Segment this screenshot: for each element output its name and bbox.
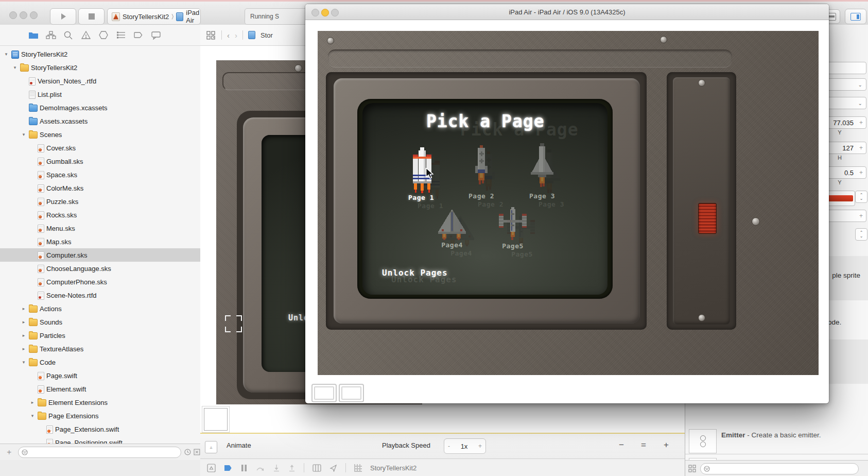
- page5-sprite[interactable]: [497, 207, 529, 241]
- breakpoint-navigator-icon[interactable]: [133, 30, 144, 40]
- disclosure-triangle[interactable]: ▸: [21, 319, 27, 325]
- unlock-pages-button[interactable]: Unlock Pages: [382, 268, 448, 278]
- tree-item-scene-notes-rtfd[interactable]: Scene-Notes.rtfd: [0, 288, 200, 302]
- tree-item-map-sks[interactable]: Map.sks: [0, 235, 200, 248]
- pause-icon[interactable]: [240, 464, 248, 472]
- recent-files-icon[interactable]: [184, 449, 191, 455]
- disclosure-triangle[interactable]: ▸: [21, 333, 27, 338]
- disclosure-triangle[interactable]: ▸: [21, 306, 27, 311]
- tree-item-page-extensions[interactable]: ▾Page Extensions: [0, 409, 200, 422]
- close-button[interactable]: [311, 9, 319, 16]
- run-button[interactable]: [50, 8, 76, 25]
- tree-item-code[interactable]: ▾Code: [0, 355, 200, 369]
- page2-label[interactable]: Page 2: [468, 192, 494, 200]
- playback-speed-stepper[interactable]: - 1x +: [444, 438, 486, 454]
- step-into-icon[interactable]: [273, 464, 280, 472]
- minimize-button[interactable]: [20, 11, 27, 19]
- tree-item-menu-sks[interactable]: Menu.sks: [0, 222, 200, 235]
- speed-minus[interactable]: -: [448, 443, 450, 450]
- forward-button[interactable]: ›: [235, 31, 237, 40]
- disclosure-triangle[interactable]: ▾: [12, 65, 18, 70]
- related-items-icon[interactable]: [206, 31, 216, 40]
- scheme-selector[interactable]: StoryTellersKit2 〉 iPad Air: [107, 8, 201, 25]
- stop-button[interactable]: [78, 8, 105, 25]
- view-debugger-icon[interactable]: [313, 464, 321, 472]
- stepper-plus[interactable]: +: [859, 144, 863, 151]
- location-simulate-icon[interactable]: [329, 464, 337, 472]
- close-button[interactable]: [9, 11, 17, 19]
- zoom-button[interactable]: [331, 9, 339, 16]
- test-navigator-icon[interactable]: [98, 30, 109, 40]
- breakpoints-toggle-icon[interactable]: [224, 464, 232, 472]
- tree-item-version-notes-rtfd[interactable]: Version_Notes_.rtfd: [0, 74, 200, 88]
- stepper-plus[interactable]: +: [859, 119, 863, 126]
- navigator-filter-field[interactable]: [18, 447, 181, 458]
- tree-item-page-swift[interactable]: Page.swift: [0, 369, 200, 382]
- tree-item-computerphone-sks[interactable]: ComputerPhone.sks: [0, 275, 200, 288]
- disclosure-triangle[interactable]: ▾: [21, 132, 27, 137]
- library-grid-icon[interactable]: [688, 465, 696, 472]
- issue-navigator-icon[interactable]: [81, 30, 91, 40]
- tree-item-element-swift[interactable]: Element.swift: [0, 382, 200, 396]
- tree-item-storytellerskit2[interactable]: ▾StoryTellersKit2: [0, 47, 200, 61]
- disclosure-triangle[interactable]: ▸: [29, 400, 36, 405]
- zoom-out-button[interactable]: −: [619, 440, 624, 450]
- tree-item-chooselanguage-sks[interactable]: ChooseLanguage.sks: [0, 262, 200, 275]
- disclosure-triangle[interactable]: ▾: [29, 413, 36, 418]
- tree-item-storytellerskit2[interactable]: ▾StoryTellersKit2: [0, 61, 200, 74]
- show-debug-area-icon[interactable]: [207, 464, 216, 472]
- page4-label[interactable]: Page4: [441, 241, 463, 249]
- status-process-name[interactable]: StoryTellersKit2: [370, 464, 416, 472]
- speed-plus[interactable]: +: [478, 443, 482, 450]
- page1-label[interactable]: Page 1: [408, 194, 434, 201]
- tree-item-computer-sks[interactable]: Computer.sks: [0, 248, 200, 262]
- utilities-toggle-button[interactable]: [845, 9, 866, 24]
- animate-label[interactable]: Animate: [227, 441, 251, 449]
- debug-navigator-icon[interactable]: [116, 30, 126, 40]
- minimize-button[interactable]: [321, 9, 329, 16]
- action-timeline-thumbnail[interactable]: [204, 408, 228, 431]
- tree-item-assets-xcassets[interactable]: Assets.xcassets: [0, 114, 200, 128]
- tree-item-element-extensions[interactable]: ▸Element Extensions: [0, 396, 200, 409]
- color-stepper[interactable]: ⌃⌄: [855, 191, 867, 203]
- report-navigator-icon[interactable]: [151, 30, 161, 40]
- search-navigator-icon[interactable]: [63, 30, 74, 40]
- page3-label[interactable]: Page 3: [529, 192, 555, 200]
- project-navigator-icon[interactable]: [28, 30, 39, 40]
- inspector-stepper[interactable]: ⌃⌄: [855, 228, 867, 241]
- zoom-button[interactable]: [30, 11, 38, 19]
- disclosure-triangle[interactable]: ▾: [3, 52, 9, 57]
- simulator-button-left[interactable]: [311, 384, 337, 402]
- tree-item-cover-sks[interactable]: Cover.sks: [0, 141, 200, 155]
- page5-label[interactable]: Page5: [502, 242, 524, 250]
- tree-item-rocks-sks[interactable]: Rocks.sks: [0, 208, 200, 222]
- simulator-button-right[interactable]: [339, 384, 364, 402]
- zoom-in-button[interactable]: +: [664, 440, 669, 450]
- tree-item-textureatlases[interactable]: ▸TextureAtlases: [0, 342, 200, 355]
- tree-item-demoimages-xcassets[interactable]: DemoImages.xcassets: [0, 101, 200, 114]
- breadcrumb[interactable]: Stor: [261, 31, 273, 39]
- tree-item-particles[interactable]: ▸Particles: [0, 329, 200, 342]
- tree-item-gumball-sks[interactable]: Gumball.sks: [0, 155, 200, 168]
- tree-item-actions[interactable]: ▸Actions: [0, 302, 200, 315]
- collapse-timeline-button[interactable]: ▵: [205, 441, 217, 453]
- page3-sprite[interactable]: [529, 143, 555, 189]
- step-out-icon[interactable]: [288, 464, 296, 472]
- back-button[interactable]: ‹: [227, 31, 230, 40]
- tree-item-list-plist[interactable]: List.plist: [0, 88, 200, 101]
- stepper-plus[interactable]: +: [859, 212, 863, 219]
- page2-sprite[interactable]: [471, 145, 492, 189]
- tree-item-space-sks[interactable]: Space.sks: [0, 168, 200, 181]
- step-over-icon[interactable]: [256, 464, 265, 472]
- disclosure-triangle[interactable]: ▸: [21, 346, 27, 351]
- disclosure-triangle[interactable]: ▾: [21, 360, 27, 365]
- tree-item-scenes[interactable]: ▾Scenes: [0, 128, 200, 141]
- tree-item-puzzle-sks[interactable]: Puzzle.sks: [0, 195, 200, 208]
- library-filter-field[interactable]: [700, 463, 859, 474]
- symbol-navigator-icon[interactable]: [46, 30, 56, 40]
- scm-status-icon[interactable]: [194, 449, 200, 455]
- page4-sprite[interactable]: [434, 209, 470, 240]
- tree-item-sounds[interactable]: ▸Sounds: [0, 315, 200, 329]
- zoom-reset-button[interactable]: =: [641, 440, 646, 450]
- simulator-titlebar[interactable]: iPad Air - iPad Air / iOS 9.0 (13A4325c): [305, 4, 829, 20]
